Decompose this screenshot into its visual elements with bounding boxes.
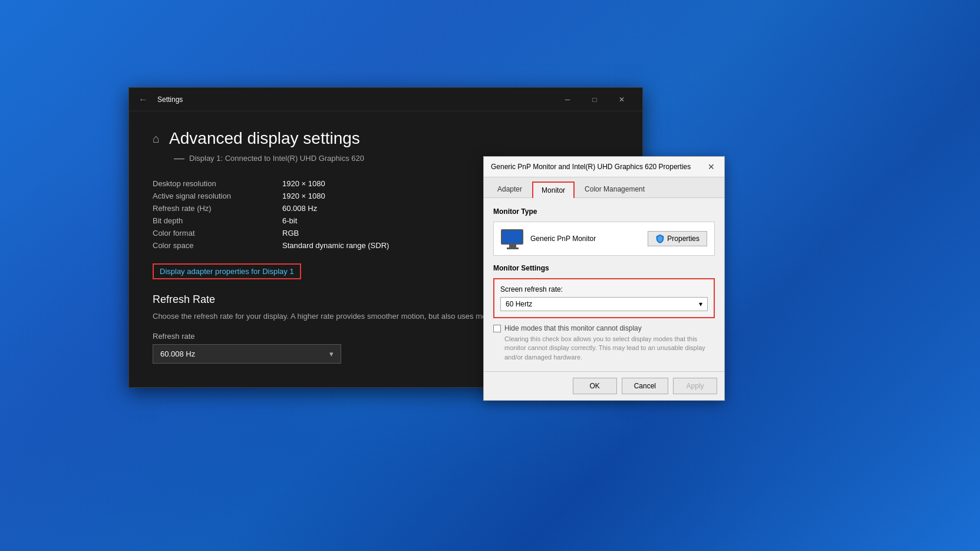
dialog-close-button[interactable]: ✕ xyxy=(705,161,717,172)
monitor-base xyxy=(507,248,519,249)
back-button[interactable]: ← xyxy=(136,92,150,107)
refresh-rate-dropdown[interactable]: 60.008 Hz ▾ xyxy=(153,344,341,364)
monitor-icon xyxy=(501,229,524,248)
value-color-space: Standard dynamic range (SDR) xyxy=(282,241,389,250)
titlebar-left: ← Settings xyxy=(136,92,183,107)
dropdown-arrow-icon: ▾ xyxy=(329,349,334,358)
hide-modes-checkbox[interactable] xyxy=(493,325,501,332)
monitor-type-box: Generic PnP Monitor Properties xyxy=(493,222,715,256)
screen-refresh-dropdown-arrow-icon: ▾ xyxy=(699,300,702,308)
adapter-properties-link[interactable]: Display adapter properties for Display 1 xyxy=(153,263,301,279)
tab-color-management[interactable]: Color Management xyxy=(576,181,654,197)
dialog-body: Monitor Type Generic PnP Monitor Propert… xyxy=(484,198,724,371)
value-bit-depth: 6-bit xyxy=(282,216,297,225)
hide-modes-description: Clearing this check box allows you to se… xyxy=(504,335,715,362)
window-controls: ─ □ ✕ xyxy=(554,90,635,109)
value-desktop-resolution: 1920 × 1080 xyxy=(282,179,325,188)
label-color-space: Color space xyxy=(153,241,282,250)
value-refresh-rate: 60.008 Hz xyxy=(282,204,317,213)
ok-button[interactable]: OK xyxy=(573,378,617,394)
page-title: Advanced display settings xyxy=(169,129,360,148)
apply-button[interactable]: Apply xyxy=(673,378,717,394)
minimize-button[interactable]: ─ xyxy=(554,90,581,109)
cancel-button[interactable]: Cancel xyxy=(622,378,668,394)
subtitle-dash: — xyxy=(174,153,184,163)
label-refresh-rate: Refresh rate (Hz) xyxy=(153,204,282,213)
label-active-resolution: Active signal resolution xyxy=(153,192,282,200)
label-color-format: Color format xyxy=(153,229,282,237)
screen-refresh-rate-box: Screen refresh rate: 60 Hertz ▾ xyxy=(493,278,715,318)
monitor-screen xyxy=(501,229,523,245)
window-title: Settings xyxy=(157,95,183,104)
label-bit-depth: Bit depth xyxy=(153,216,282,225)
monitor-type-header: Monitor Type xyxy=(493,207,715,216)
close-button[interactable]: ✕ xyxy=(608,90,635,109)
label-desktop-resolution: Desktop resolution xyxy=(153,179,282,188)
hide-modes-row: Hide modes that this monitor cannot disp… xyxy=(493,324,715,362)
shield-icon xyxy=(655,234,665,243)
tab-adapter[interactable]: Adapter xyxy=(489,181,531,197)
hide-modes-text: Hide modes that this monitor cannot disp… xyxy=(504,324,715,362)
tab-monitor[interactable]: Monitor xyxy=(532,182,575,198)
monitor-name: Generic PnP Monitor xyxy=(530,235,596,243)
screen-refresh-rate-dropdown[interactable]: 60 Hertz ▾ xyxy=(500,297,708,311)
dialog-footer: OK Cancel Apply xyxy=(484,371,724,400)
hide-modes-label: Hide modes that this monitor cannot disp… xyxy=(504,324,715,332)
home-icon: ⌂ xyxy=(153,132,160,146)
monitor-properties-button[interactable]: Properties xyxy=(648,231,707,246)
titlebar: ← Settings ─ □ ✕ xyxy=(129,88,642,111)
refresh-rate-value: 60.008 Hz xyxy=(160,349,195,358)
properties-dialog: Generic PnP Monitor and Intel(R) UHD Gra… xyxy=(483,156,725,401)
value-active-resolution: 1920 × 1080 xyxy=(282,192,325,200)
screen-refresh-rate-label: Screen refresh rate: xyxy=(500,285,708,293)
monitor-settings-header: Monitor Settings xyxy=(493,264,715,272)
value-color-format: RGB xyxy=(282,229,299,237)
dialog-title: Generic PnP Monitor and Intel(R) UHD Gra… xyxy=(491,163,691,171)
dialog-tabs: Adapter Monitor Color Management xyxy=(484,177,724,198)
dialog-titlebar: Generic PnP Monitor and Intel(R) UHD Gra… xyxy=(484,157,724,177)
properties-btn-label: Properties xyxy=(667,235,699,243)
subtitle-text: Display 1: Connected to Intel(R) UHD Gra… xyxy=(189,154,364,163)
screen-refresh-rate-value: 60 Hertz xyxy=(506,300,532,308)
page-header: ⌂ Advanced display settings xyxy=(153,129,619,148)
maximize-button[interactable]: □ xyxy=(581,90,608,109)
monitor-settings-section: Monitor Settings Screen refresh rate: 60… xyxy=(493,264,715,362)
